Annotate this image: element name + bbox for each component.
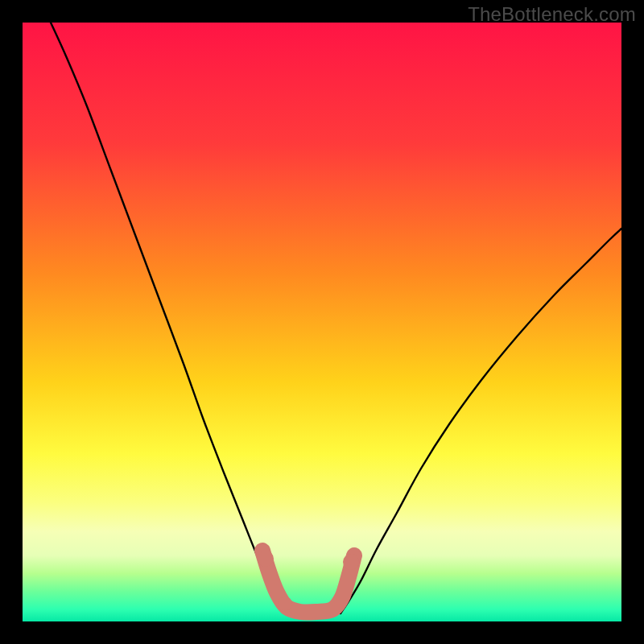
- marker-right: [343, 554, 359, 570]
- plot-area: [23, 23, 621, 621]
- chart-frame: TheBottleneck.com: [0, 0, 644, 644]
- marker-left: [258, 551, 274, 567]
- chart-svg: [23, 23, 621, 621]
- marker-inner: [278, 597, 292, 611]
- gradient-bg: [23, 23, 621, 621]
